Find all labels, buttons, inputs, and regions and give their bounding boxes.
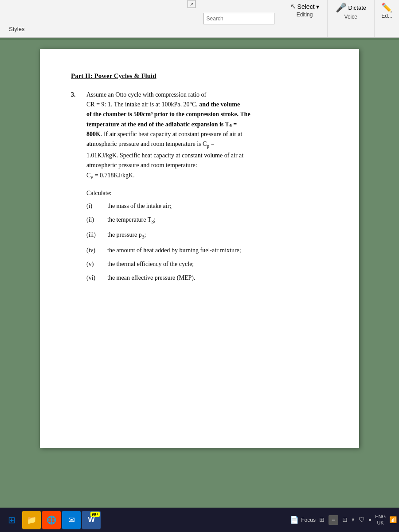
sub-text-iv: the amount of heat added by burning fuel… [107, 246, 241, 255]
dictate-section[interactable]: 🎤 Dictate Voice [328, 0, 375, 37]
mail-icon: ✉ [68, 515, 75, 525]
security-shield-icon: 🛡 [359, 516, 365, 524]
sub-label-i: (i) [86, 201, 102, 211]
sub-text-i: the mass of the intake air; [107, 201, 171, 211]
view-icons: ⊞ ≡ ⊡ [317, 515, 350, 525]
caret-up-icon: ∧ [351, 516, 355, 523]
word-icon: W [88, 516, 94, 524]
file-explorer-button[interactable]: 📁 [22, 511, 41, 529]
mail-button[interactable]: ✉ [62, 511, 81, 529]
lang-bottom: UK [377, 520, 383, 526]
lang-top: ENG [375, 514, 386, 520]
dictate-top: 🎤 Dictate [336, 2, 366, 13]
calculate-label: Calculate: [86, 188, 328, 198]
network-icon: ● [368, 516, 372, 523]
sub-question-ii: (ii) the temperature T3; [86, 215, 328, 226]
sub-text-iii: the pressure p3; [107, 230, 146, 241]
sub-text-v: the thermal efficiency of the cycle; [107, 259, 194, 269]
search-area [196, 0, 282, 37]
microphone-icon: 🎤 [336, 2, 347, 13]
ribbon-bar: Styles ↗ ↖ Select ▾ Editing 🎤 Dictate Vo… [0, 0, 399, 38]
sub-label-iv: (iv) [86, 246, 102, 255]
sub-question-i: (i) the mass of the intake air; [86, 201, 328, 211]
document-container: Part II: Power Cycles & Fluid 3. Assume … [0, 40, 399, 508]
document-page: Part II: Power Cycles & Fluid 3. Assume … [40, 49, 359, 448]
sub-label-vi: (vi) [86, 273, 102, 282]
browser-icon: 🌐 [47, 515, 56, 525]
wifi-icon: 📶 [389, 516, 397, 524]
editor-section[interactable]: ✏️ Ed... [375, 0, 399, 37]
focus-icon: 📄 [290, 516, 299, 524]
badge-count: 99+ [90, 512, 100, 517]
select-arrow-icon: ▾ [316, 3, 319, 10]
file-explorer-icon: 📁 [27, 515, 36, 525]
focus-button[interactable]: 📄 Focus [290, 516, 316, 524]
view-icon-3[interactable]: ⊡ [340, 515, 350, 525]
sub-question-iv: (iv) the amount of heat added by burning… [86, 246, 328, 255]
sub-label-v: (v) [86, 259, 102, 269]
system-tray: ∧ 🛡 ● ENG UK 📶 [351, 514, 397, 525]
part-heading: Part II: Power Cycles & Fluid [71, 71, 328, 81]
sub-question-v: (v) the thermal efficiency of the cycle; [86, 259, 328, 269]
question-block: 3. Assume an Otto cycle with compression… [71, 90, 328, 287]
focus-label: Focus [301, 517, 316, 523]
language-indicator[interactable]: ENG UK [375, 514, 386, 525]
editor-label: Ed... [381, 13, 392, 19]
search-input[interactable] [203, 13, 274, 24]
sub-question-iii: (iii) the pressure p3; [86, 230, 328, 241]
sub-label-iii: (iii) [86, 230, 102, 239]
dictate-label: Dictate [348, 4, 366, 11]
voice-label: Voice [344, 14, 357, 20]
styles-launcher-icon[interactable]: ↗ [188, 0, 196, 8]
select-label: Select [297, 3, 315, 10]
word-button[interactable]: W 99+ [82, 511, 101, 529]
styles-section: Styles [0, 0, 188, 37]
select-group[interactable]: ↖ Select ▾ Editing [282, 0, 328, 37]
question-body: Assume an Otto cycle with compression ra… [86, 90, 328, 287]
question-text: Assume an Otto cycle with compression ra… [86, 90, 328, 182]
taskbar: ⊞ 📁 🌐 ✉ W 99+ 📄 Focus ⊞ ≡ ⊡ ∧ 🛡 ● [0, 508, 399, 532]
view-icon-1[interactable]: ⊞ [317, 515, 327, 525]
show-hidden-icons[interactable]: ∧ [351, 516, 355, 523]
question-number: 3. [71, 90, 80, 287]
styles-label: Styles [9, 26, 24, 32]
sub-question-vi: (vi) the mean effective pressure (MEP). [86, 273, 328, 282]
editor-icon: ✏️ [381, 2, 392, 13]
select-cursor-icon: ↖ [290, 2, 296, 11]
windows-start-button[interactable]: ⊞ [2, 511, 21, 529]
sub-label-ii: (ii) [86, 215, 102, 224]
view-icon-2[interactable]: ≡ [329, 515, 338, 525]
windows-icon: ⊞ [8, 515, 16, 525]
sub-text-vi: the mean effective pressure (MEP). [107, 273, 195, 282]
editing-label: Editing [297, 12, 313, 18]
browser-button[interactable]: 🌐 [42, 511, 61, 529]
select-top-row: ↖ Select ▾ [290, 2, 319, 11]
sub-text-ii: the temperature T3; [107, 215, 156, 226]
